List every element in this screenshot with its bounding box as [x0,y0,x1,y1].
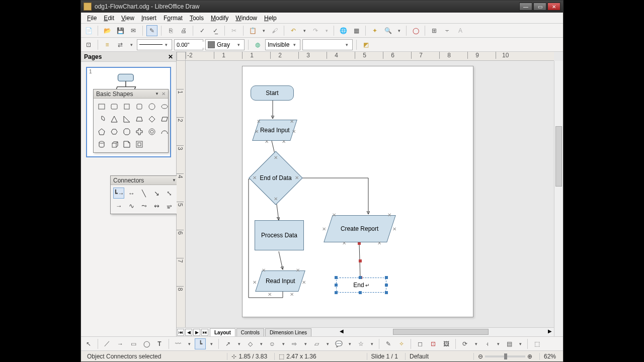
status-layout[interactable]: Default [405,353,470,360]
block-arrows-tool[interactable]: ⇨ [289,338,300,349]
lines-arrows-tool[interactable]: ↗ [222,338,233,349]
shape-hexagon[interactable] [109,126,120,137]
tab-next-button[interactable]: ▶ [193,329,200,336]
arrow-dropdown-icon[interactable]: ▾ [128,42,135,47]
shape-cross[interactable] [134,126,145,137]
node-read-input-2[interactable]: Read Input [255,270,305,292]
close-button[interactable]: ✕ [547,3,560,11]
grid-button[interactable]: ⊞ [429,25,440,36]
flowchart-tool[interactable]: ▱ [311,338,322,349]
tab-layout[interactable]: Layout [210,328,235,336]
zoom-in-button[interactable]: ⊕ [527,353,532,360]
hyperlink-button[interactable]: 🌐 [338,25,349,36]
menu-tools[interactable]: Tools [187,14,207,23]
drawing-page[interactable]: Start Read Input ✕✕ ✕✕ ✕✕ End of Data ✕✕… [242,66,473,317]
to-curve-button[interactable]: ◻ [415,338,426,349]
node-start[interactable]: Start [251,85,294,101]
table-button[interactable]: ▦ [351,25,362,36]
shape-triangle[interactable] [109,114,120,125]
export-pdf-button[interactable]: ⎘ [165,25,176,36]
minimize-button[interactable]: — [519,3,532,11]
zoom-slider[interactable] [485,355,525,357]
shape-octagon[interactable] [121,126,132,137]
connectors-toolbar[interactable]: Connectors ▼ ✕ ┗ ┗→ ↔ ╲ ↘ ⤡ ─ → ∿ ⤳ ↭ ⥵ [110,175,186,214]
arrange-button-2[interactable]: ▤ [504,338,515,349]
menu-help[interactable]: Help [261,14,280,23]
connector-straight-arrow[interactable]: → [113,200,124,211]
shape-diamond[interactable] [146,114,157,125]
shape-pie[interactable] [96,114,107,125]
line-color-select[interactable]: Gray ▾ [205,39,245,50]
navigator-button[interactable]: ✦ [369,25,380,36]
shape-rounded-square[interactable] [134,101,145,112]
menu-view[interactable]: View [118,14,137,23]
rotate-button[interactable]: ⟳ [459,338,470,349]
arrange-button[interactable]: ⊡ [83,39,94,50]
connector-line[interactable]: ╲ [138,188,149,199]
vertical-scrollbar[interactable] [554,61,563,336]
new-button[interactable]: 📄 [83,25,94,36]
shape-frame[interactable] [134,139,145,150]
connector-curved[interactable]: ∿ [126,200,137,211]
email-button[interactable]: ✉ [128,25,139,36]
menu-window[interactable]: Window [232,14,260,23]
fill-style-button[interactable]: ◍ [252,39,263,50]
zoom-out-button[interactable]: ⊖ [478,353,483,360]
shape-parallelogram[interactable] [159,114,170,125]
shape-ellipse[interactable] [159,101,170,112]
line-width-input[interactable] [177,42,207,48]
basic-shapes-toolbar[interactable]: Basic Shapes ▼ ✕ [93,89,169,153]
ellipse-tool[interactable]: ◯ [141,338,152,349]
shape-arc[interactable] [159,126,170,137]
open-button[interactable]: 📂 [102,25,113,36]
edit-mode-button[interactable]: ✎ [146,25,157,36]
node-decision[interactable]: End of Data [257,159,295,197]
close-icon[interactable]: ✕ [162,91,166,97]
align-button[interactable]: ⫞ [481,338,493,349]
crop-button[interactable]: ⊡ [428,338,439,349]
menu-file[interactable]: File [84,14,100,23]
redo-button[interactable]: ↷ [310,25,321,36]
maximize-button[interactable]: ▭ [533,3,546,11]
dropdown-icon[interactable]: ▼ [172,178,176,183]
print-button[interactable]: 🖨 [178,25,189,36]
shape-trapezoid[interactable] [134,114,145,125]
stars-tool[interactable]: ☆ [355,338,366,349]
undo-button[interactable]: ↶ [288,25,299,36]
zoom-dropdown-icon[interactable]: ▾ [395,28,403,33]
node-process[interactable]: Process Data [255,220,304,250]
shape-pentagon[interactable] [96,126,107,137]
cut-button[interactable]: ✂ [228,25,239,36]
tab-first-button[interactable]: ⏮ [177,329,184,336]
connector-line-arrow[interactable]: ↘ [151,188,162,199]
arrow-style-button[interactable]: ⇄ [115,39,126,50]
shape-circle[interactable] [146,101,157,112]
connector-curved-arrows[interactable]: ↭ [151,200,162,211]
glue-points-tool[interactable]: ✧ [396,338,407,349]
zoom-button[interactable]: 🔍 [382,25,393,36]
auto-spellcheck-button[interactable]: ✓̲ [210,25,221,36]
dropdown-icon[interactable]: ▼ [155,92,159,96]
symbol-shapes-tool[interactable]: ☺ [267,338,278,349]
shape-ring[interactable] [146,126,157,137]
menu-insert[interactable]: Insert [138,14,159,23]
paste-dropdown-icon[interactable]: ▾ [260,28,267,33]
horizontal-ruler[interactable]: -2 1 1 2 3 4 5 6 7 8 9 10 [186,52,554,61]
line-width-field[interactable]: ▲▼ [174,39,203,50]
guides-button[interactable]: ⫟ [442,25,453,36]
tab-dimension-lines[interactable]: Dimension Lines [265,328,311,336]
text-tool[interactable]: T [154,338,165,349]
redo-dropdown-icon[interactable]: ▾ [323,28,330,33]
line-tool[interactable]: ／ [102,338,113,349]
line-style-select[interactable]: ▾ [137,39,172,50]
menu-format[interactable]: Format [160,14,186,23]
select-tool[interactable]: ↖ [83,338,94,349]
node-end-selected[interactable]: End ↵ [336,278,386,293]
zoom-value[interactable]: 62% [539,353,560,360]
connector-arrow-end[interactable]: ┗→ [113,188,124,199]
shape-cube[interactable] [109,139,120,150]
rectangle-tool[interactable]: ▭ [128,338,139,349]
menu-modify[interactable]: Modify [208,14,231,23]
help-button[interactable]: ◯ [410,25,421,36]
line-style-button[interactable]: ≡ [102,39,113,50]
